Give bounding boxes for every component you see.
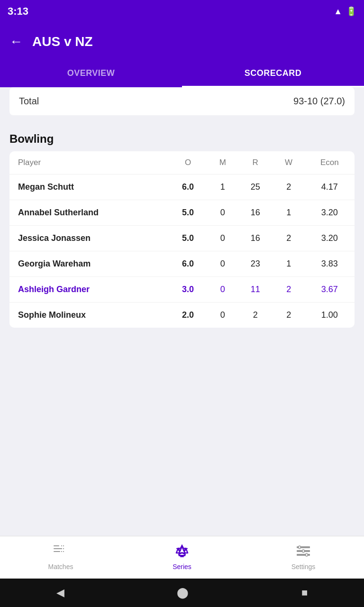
matches-label: Matches [48, 563, 73, 570]
stat-cell: 5.0 [168, 226, 207, 251]
android-nav-bar: ◀ ⬤ ■ [0, 579, 364, 607]
svg-rect-5 [61, 548, 62, 549]
stat-cell: 0 [208, 200, 238, 226]
col-header-econ: Econ [305, 151, 355, 175]
player-name: Georgia Wareham [9, 251, 168, 277]
stat-cell: 2 [273, 226, 305, 251]
series-label: Series [173, 563, 191, 570]
stat-cell: 6.0 [168, 251, 207, 277]
table-header-row: Player O M R W Econ [9, 151, 355, 175]
bowling-card: Player O M R W Econ Megan Schutt6.012524… [9, 151, 355, 328]
table-row: Ashleigh Gardner3.001123.67 [9, 277, 355, 303]
col-header-r: R [238, 151, 273, 175]
total-card: Total 93-10 (27.0) [9, 87, 355, 115]
svg-marker-11 [176, 546, 188, 553]
svg-rect-16 [302, 550, 304, 552]
stat-cell: 3.83 [305, 251, 355, 277]
signal-icon: ▲ [334, 7, 342, 17]
table-row: Annabel Sutherland5.001613.20 [9, 200, 355, 226]
tab-bar: OVERVIEW SCORECARD [0, 61, 364, 87]
svg-rect-17 [306, 553, 308, 556]
svg-rect-15 [299, 546, 300, 549]
stat-cell: 3.20 [305, 226, 355, 251]
stat-cell: 2.0 [168, 303, 207, 328]
settings-icon [296, 544, 310, 561]
stat-cell: 5.0 [168, 200, 207, 226]
android-back[interactable]: ◀ [56, 587, 64, 599]
status-icons: ▲ 🔋 [334, 6, 356, 17]
svg-rect-7 [61, 551, 62, 552]
settings-label: Settings [291, 563, 316, 570]
svg-rect-4 [63, 545, 64, 546]
battery-icon: 🔋 [346, 6, 356, 17]
total-value: 93-10 (27.0) [293, 96, 345, 107]
svg-rect-14 [297, 554, 310, 556]
svg-rect-0 [54, 545, 59, 546]
stat-cell: 25 [238, 175, 273, 200]
status-time: 3:13 [8, 5, 28, 18]
nav-settings[interactable]: Settings [243, 540, 364, 575]
stat-cell: 1 [208, 175, 238, 200]
stat-cell: 3.20 [305, 200, 355, 226]
bottom-nav: Matches Series Settings [0, 536, 364, 579]
stat-cell: 3.67 [305, 277, 355, 303]
back-button[interactable]: ← [9, 34, 23, 49]
svg-rect-10 [180, 556, 184, 557]
svg-rect-2 [54, 551, 60, 552]
page-title: AUS v NZ [32, 34, 93, 49]
stat-cell: 2 [273, 277, 305, 303]
player-name: Ashleigh Gardner [9, 277, 168, 303]
player-name: Annabel Sutherland [9, 200, 168, 226]
bowling-table: Player O M R W Econ Megan Schutt6.012524… [9, 151, 355, 328]
android-recents[interactable]: ■ [301, 587, 308, 599]
stat-cell: 1.00 [305, 303, 355, 328]
svg-rect-3 [61, 545, 62, 546]
app-header: ← AUS v NZ [0, 23, 364, 61]
stat-cell: 16 [238, 226, 273, 251]
stat-cell: 0 [208, 226, 238, 251]
col-header-m: M [208, 151, 238, 175]
stat-cell: 3.0 [168, 277, 207, 303]
player-name: Jessica Jonassen [9, 226, 168, 251]
total-label: Total [19, 96, 39, 107]
svg-rect-1 [54, 548, 62, 549]
series-icon [174, 544, 190, 561]
col-header-player: Player [9, 151, 168, 175]
stat-cell: 2 [273, 303, 305, 328]
nav-matches[interactable]: Matches [0, 540, 121, 575]
main-content: Total 93-10 (27.0) Bowling Player O M R … [0, 87, 364, 536]
status-bar: 3:13 ▲ 🔋 [0, 0, 364, 23]
svg-rect-8 [63, 551, 64, 552]
tab-scorecard[interactable]: SCORECARD [182, 61, 364, 87]
col-header-o: O [168, 151, 207, 175]
stat-cell: 0 [208, 303, 238, 328]
stat-cell: 23 [238, 251, 273, 277]
table-row: Georgia Wareham6.002313.83 [9, 251, 355, 277]
stat-cell: 2 [273, 175, 305, 200]
android-home[interactable]: ⬤ [177, 587, 189, 599]
stat-cell: 6.0 [168, 175, 207, 200]
tab-overview[interactable]: OVERVIEW [0, 61, 182, 87]
stat-cell: 0 [208, 251, 238, 277]
col-header-w: W [273, 151, 305, 175]
table-row: Megan Schutt6.012524.17 [9, 175, 355, 200]
table-row: Sophie Molineux2.00221.00 [9, 303, 355, 328]
svg-rect-6 [63, 548, 64, 549]
svg-rect-9 [179, 555, 185, 556]
table-row: Jessica Jonassen5.001623.20 [9, 226, 355, 251]
stat-cell: 2 [238, 303, 273, 328]
matches-icon [54, 544, 68, 561]
stat-cell: 4.17 [305, 175, 355, 200]
nav-series[interactable]: Series [121, 540, 243, 575]
stat-cell: 16 [238, 200, 273, 226]
stat-cell: 1 [273, 251, 305, 277]
bowling-section-title: Bowling [0, 125, 364, 151]
stat-cell: 0 [208, 277, 238, 303]
stat-cell: 11 [238, 277, 273, 303]
stat-cell: 1 [273, 200, 305, 226]
player-name: Sophie Molineux [9, 303, 168, 328]
player-name: Megan Schutt [9, 175, 168, 200]
